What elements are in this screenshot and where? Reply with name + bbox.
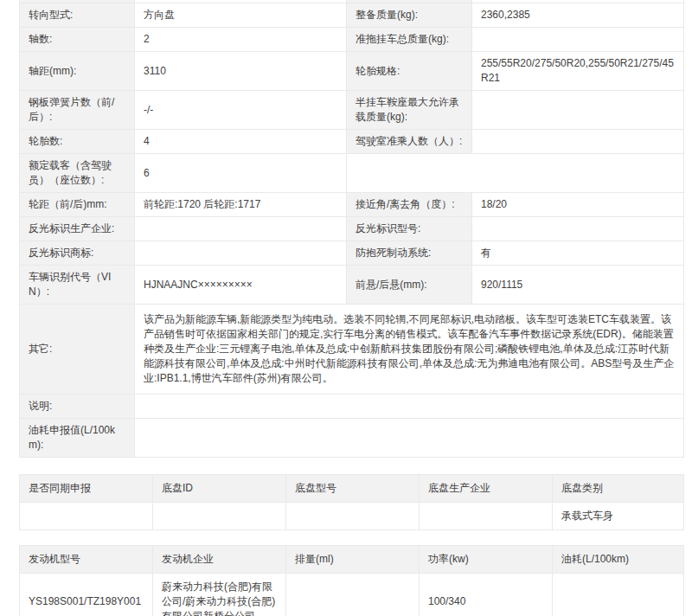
- tire-spec-label: 轮胎规格:: [347, 52, 472, 91]
- fuel-declared-value: [135, 419, 684, 458]
- chassis-header-row: 是否同期申报 底盘ID 底盘型号 底盘生产企业 底盘类别: [20, 475, 684, 503]
- steering-type-label: 转向型式:: [20, 3, 135, 28]
- vin-label: 车辆识别代号（VIN）:: [20, 266, 135, 305]
- reflective-marking-trademark-label: 反光标识商标:: [20, 241, 135, 266]
- reflective-marking-trademark-value: [135, 241, 347, 266]
- tire-spec-value: 255/55R20/275/50R20,255/50R21/275/45R21: [472, 52, 684, 91]
- rated-seating-value: 6: [135, 154, 347, 193]
- wheelbase-label: 轴距(mm):: [20, 52, 135, 91]
- chassis-manufacturer-value: [420, 503, 553, 530]
- overhang-value: 920/1115: [472, 266, 684, 305]
- cab-passenger-count-value: [472, 130, 684, 154]
- approach-departure-angle-label: 接近角/离去角（度）:: [347, 193, 472, 217]
- saddle-max-load-label: 半挂车鞍座最大允许承载质量(kg):: [347, 91, 472, 130]
- displacement-value: [286, 574, 420, 616]
- tire-count-label: 轮胎数:: [20, 130, 135, 154]
- concurrent-declaration-value: [20, 503, 153, 530]
- header-chassis-category: 底盘类别: [553, 475, 684, 503]
- reflective-marking-model-value: [472, 217, 684, 241]
- engine-manufacturer-value: 蔚来动力科技(合肥)有限公司/蔚来动力科技(合肥)有限公司新桥分公司: [153, 574, 286, 616]
- header-chassis-model: 底盘型号: [286, 475, 420, 503]
- curb-mass-label: 整备质量(kg):: [347, 3, 472, 28]
- vin-value: HJNAAJNC×××××××××: [135, 266, 347, 305]
- approach-departure-angle-value: 18/20: [472, 193, 684, 217]
- rated-seating-empty-cell: [347, 154, 684, 193]
- header-engine-model: 发动机型号: [20, 546, 153, 574]
- engine-header-row: 发动机型号 发动机企业 排量(ml) 功率(kw) 油耗(L/100km): [20, 546, 684, 574]
- table-row: 反光标识商标: 防抱死制动系统: 有: [20, 241, 684, 266]
- axle-count-value: 2: [135, 28, 347, 52]
- steering-type-value: 方向盘: [135, 3, 347, 28]
- fuel-declared-label: 油耗申报值(L/100km):: [20, 419, 135, 458]
- table-row: 轮胎数: 4 驾驶室准乘人数（人）:: [20, 130, 684, 154]
- chassis-table: 是否同期申报 底盘ID 底盘型号 底盘生产企业 底盘类别 承载式车身: [19, 474, 684, 530]
- engine-model-value: YS198S001/TZ198Y001: [20, 574, 153, 616]
- other-value: 该产品为新能源车辆,新能源类型为纯电动。选装不同轮辋,不同尾部标识,电动踏板。该…: [135, 305, 684, 395]
- header-fuel-consumption: 油耗(L/100km): [553, 546, 684, 574]
- table-row: 钢板弹簧片数（前/后）: -/- 半挂车鞍座最大允许承载质量(kg):: [20, 91, 684, 130]
- table-row: 轴数: 2 准拖挂车总质量(kg):: [20, 28, 684, 52]
- table-row: 转向型式: 方向盘 整备质量(kg): 2360,2385: [20, 3, 684, 28]
- table-row: 车辆识别代号（VIN）: HJNAAJNC××××××××× 前悬/后悬(mm)…: [20, 266, 684, 305]
- track-width-value: 前轮距:1720 后轮距:1717: [135, 193, 347, 217]
- leaf-spring-count-label: 钢板弹簧片数（前/后）:: [20, 91, 135, 130]
- trailer-total-mass-label: 准拖挂车总质量(kg):: [347, 28, 472, 52]
- vehicle-spec-table: 转向型式: 方向盘 整备质量(kg): 2360,2385 轴数: 2 准拖挂车…: [19, 0, 684, 458]
- saddle-max-load-value: [472, 91, 684, 130]
- track-width-label: 轮距（前/后)mm:: [20, 193, 135, 217]
- engine-table: 发动机型号 发动机企业 排量(ml) 功率(kw) 油耗(L/100km) YS…: [19, 545, 684, 616]
- header-concurrent-declaration: 是否同期申报: [20, 475, 153, 503]
- tire-count-value: 4: [135, 130, 347, 154]
- curb-mass-value: 2360,2385: [472, 3, 684, 28]
- engine-data-row: YS198S001/TZ198Y001 蔚来动力科技(合肥)有限公司/蔚来动力科…: [20, 574, 684, 616]
- leaf-spring-count-value: -/-: [135, 91, 347, 130]
- header-chassis-id: 底盘ID: [153, 475, 286, 503]
- fuel-consumption-value: [553, 574, 684, 616]
- table-row: 说明:: [20, 395, 684, 419]
- abs-label: 防抱死制动系统:: [347, 241, 472, 266]
- header-engine-manufacturer: 发动机企业: [153, 546, 286, 574]
- other-label: 其它:: [20, 305, 135, 395]
- table-row: 反光标识生产企业: 反光标识型号:: [20, 217, 684, 241]
- header-displacement: 排量(ml): [286, 546, 420, 574]
- chassis-data-row: 承载式车身: [20, 503, 684, 530]
- vehicle-spec-page: 转向型式: 方向盘 整备质量(kg): 2360,2385 轴数: 2 准拖挂车…: [0, 0, 692, 616]
- remark-label: 说明:: [20, 395, 135, 419]
- overhang-label: 前悬/后悬(mm):: [347, 266, 472, 305]
- reflective-marking-manufacturer-label: 反光标识生产企业:: [20, 217, 135, 241]
- table-row: 额定载客（含驾驶员）（座位数）: 6: [20, 154, 684, 193]
- chassis-id-value: [153, 503, 286, 530]
- table-row: 轴距(mm): 3110 轮胎规格: 255/55R20/275/50R20,2…: [20, 52, 684, 91]
- axle-count-label: 轴数:: [20, 28, 135, 52]
- table-row: 油耗申报值(L/100km):: [20, 419, 684, 458]
- reflective-marking-model-label: 反光标识型号:: [347, 217, 472, 241]
- header-chassis-manufacturer: 底盘生产企业: [420, 475, 553, 503]
- table-row: 其它: 该产品为新能源车辆,新能源类型为纯电动。选装不同轮辋,不同尾部标识,电动…: [20, 305, 684, 395]
- header-power: 功率(kw): [420, 546, 553, 574]
- trailer-total-mass-value: [472, 28, 684, 52]
- cab-passenger-count-label: 驾驶室准乘人数（人）:: [347, 130, 472, 154]
- wheelbase-value: 3110: [135, 52, 347, 91]
- table-row: 轮距（前/后)mm: 前轮距:1720 后轮距:1717 接近角/离去角（度）:…: [20, 193, 684, 217]
- chassis-model-value: [286, 503, 420, 530]
- chassis-category-value: 承载式车身: [553, 503, 684, 530]
- power-value: 100/340: [420, 574, 553, 616]
- remark-value: [135, 395, 684, 419]
- rated-seating-label: 额定载客（含驾驶员）（座位数）:: [20, 154, 135, 193]
- reflective-marking-manufacturer-value: [135, 217, 347, 241]
- abs-value: 有: [472, 241, 684, 266]
